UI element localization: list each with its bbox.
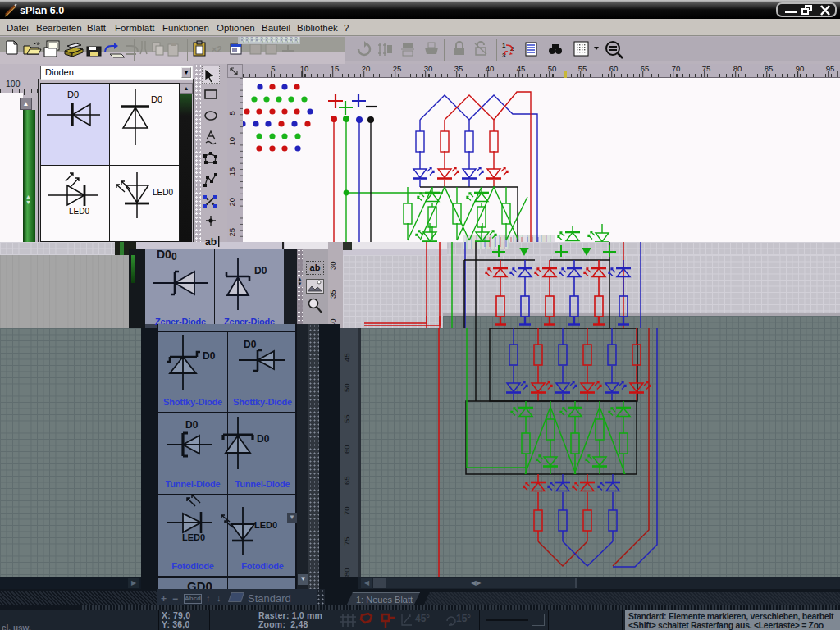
svg-text:×2: ×2	[212, 44, 222, 54]
svg-text:ab: ab	[205, 236, 217, 248]
svg-text:3: 3	[502, 52, 506, 59]
svg-text:1: 1	[502, 42, 506, 49]
